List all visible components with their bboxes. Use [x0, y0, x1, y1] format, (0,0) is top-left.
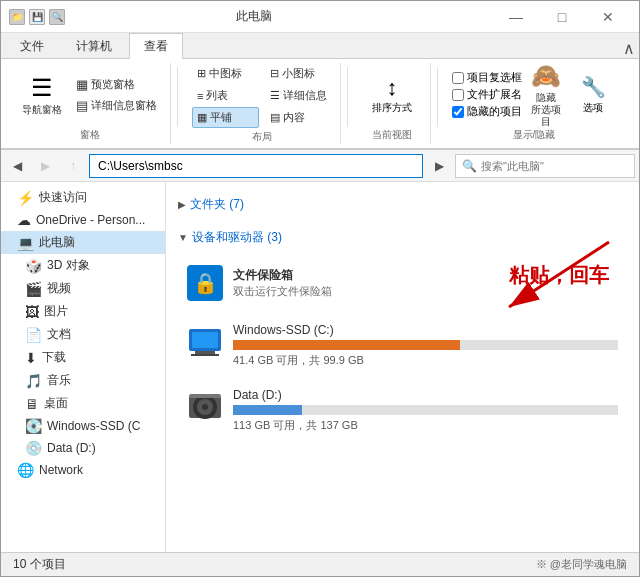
title-bar: 📁 💾 🔍 此电脑 — □ ✕: [1, 1, 639, 33]
status-right: ※ @老同学魂电脑: [536, 557, 627, 572]
item-checkbox-input[interactable]: [452, 72, 464, 84]
sort-label: 排序方式: [372, 101, 412, 115]
devices-header[interactable]: ▼ 设备和驱动器 (3): [178, 227, 627, 248]
sidebar-label-quick-access: 快速访问: [39, 189, 87, 206]
hide-selected-button[interactable]: 🙈 隐藏所选项目: [526, 64, 566, 126]
address-go-button[interactable]: ▶: [427, 154, 451, 178]
sidebar-item-onedrive[interactable]: ☁ OneDrive - Person...: [1, 209, 165, 231]
svg-rect-1: [192, 332, 218, 348]
ribbon-group-current-view: ↕️ 排序方式 当前视图: [354, 63, 431, 144]
sidebar-item-windows-ssd[interactable]: 💽 Windows-SSD (C: [1, 415, 165, 437]
vault-icon: 🔒: [187, 265, 223, 301]
sidebar-item-music[interactable]: 🎵 音乐: [1, 369, 165, 392]
current-view-label: 当前视图: [372, 128, 412, 144]
up-button[interactable]: ↑: [61, 154, 85, 178]
hidden-items-option[interactable]: 隐藏的项目: [452, 104, 522, 119]
ribbon-group-panes: ☰ 导航窗格 ▦ 预览窗格 ▤ 详细信息窗格 窗格: [9, 63, 171, 144]
address-field[interactable]: [89, 154, 423, 178]
drive-name-data: Data (D:): [233, 388, 618, 402]
status-bar: 10 个项目 ※ @老同学魂电脑: [1, 552, 639, 576]
music-icon: 🎵: [25, 373, 42, 389]
sidebar-label-video: 视频: [47, 280, 71, 297]
sidebar-item-video[interactable]: 🎬 视频: [1, 277, 165, 300]
flat-button[interactable]: ▦ 平铺: [192, 107, 259, 128]
list-button[interactable]: ≡ 列表: [192, 85, 259, 106]
preview-pane-button[interactable]: ▦ 预览窗格: [71, 74, 162, 95]
ribbon-collapse-btn[interactable]: ∧: [619, 38, 639, 58]
sidebar-item-downloads[interactable]: ⬇ 下载: [1, 346, 165, 369]
options-button[interactable]: 🔧 选项: [570, 64, 616, 126]
search-field[interactable]: 🔍: [455, 154, 635, 178]
file-ext-input[interactable]: [452, 89, 464, 101]
drive-bar-data: [233, 405, 302, 415]
medium-icons-icon: ⊞: [197, 67, 206, 80]
data-d-sidebar-icon: 💿: [25, 440, 42, 456]
drive-bar-container-windows: [233, 340, 618, 350]
windows-ssd-sidebar-icon: 💽: [25, 418, 42, 434]
item-checkbox-option[interactable]: 项目复选框: [452, 70, 522, 85]
svg-rect-3: [191, 354, 219, 356]
file-ext-option[interactable]: 文件扩展名: [452, 87, 522, 102]
drive-item-windows-ssd[interactable]: Windows-SSD (C:) 41.4 GB 可用，共 99.9 GB: [178, 316, 627, 375]
sep2: [347, 67, 348, 127]
close-button[interactable]: ✕: [585, 1, 631, 33]
panes-group-label: 窗格: [80, 128, 100, 144]
small-icons-icon: ⊟: [270, 67, 279, 80]
ribbon-content: ☰ 导航窗格 ▦ 预览窗格 ▤ 详细信息窗格 窗格: [1, 59, 639, 149]
hidden-items-input[interactable]: [452, 106, 464, 118]
back-button[interactable]: ◀: [5, 154, 29, 178]
small-icons-button[interactable]: ⊟ 小图标: [265, 63, 332, 84]
sidebar: ⚡ 快速访问 ☁ OneDrive - Person... 💻 此电脑 🎲 3D…: [1, 182, 166, 552]
preview-icon: ▦: [76, 77, 88, 92]
sidebar-item-3d-objects[interactable]: 🎲 3D 对象: [1, 254, 165, 277]
nav-pane-button[interactable]: ☰ 导航窗格: [17, 64, 67, 126]
sidebar-item-data-d[interactable]: 💿 Data (D:): [1, 437, 165, 459]
details-button[interactable]: ☰ 详细信息: [265, 85, 332, 106]
flat-label: 平铺: [210, 110, 232, 125]
medium-icons-button[interactable]: ⊞ 中图标: [192, 63, 259, 84]
folders-header[interactable]: ▶ 文件夹 (7): [178, 194, 627, 215]
downloads-icon: ⬇: [25, 350, 37, 366]
options-label: 选项: [583, 101, 603, 115]
list-label: 列表: [206, 88, 228, 103]
sidebar-item-quick-access[interactable]: ⚡ 快速访问: [1, 186, 165, 209]
sidebar-label-desktop: 桌面: [44, 395, 68, 412]
sidebar-item-pictures[interactable]: 🖼 图片: [1, 300, 165, 323]
panes-column: ▦ 预览窗格 ▤ 详细信息窗格: [71, 74, 162, 116]
forward-button[interactable]: ▶: [33, 154, 57, 178]
vault-name: 文件保险箱: [233, 267, 332, 284]
maximize-button[interactable]: □: [539, 1, 585, 33]
layout-grid: ⊞ 中图标 ⊟ 小图标 ≡ 列表 ☰ 详细信息: [192, 63, 332, 128]
sep1: [177, 67, 178, 127]
video-icon: 🎬: [25, 281, 42, 297]
sort-button[interactable]: ↕️ 排序方式: [362, 64, 422, 126]
drive-info-windows: Windows-SSD (C:) 41.4 GB 可用，共 99.9 GB: [233, 323, 618, 368]
drive-stats-windows: 41.4 GB 可用，共 99.9 GB: [233, 353, 618, 368]
layout-content: ⊞ 中图标 ⊟ 小图标 ≡ 列表 ☰ 详细信息: [192, 63, 332, 128]
minimize-button[interactable]: —: [493, 1, 539, 33]
vault-item[interactable]: 🔒 文件保险箱 双击运行文件保险箱: [178, 256, 627, 310]
3d-objects-icon: 🎲: [25, 258, 42, 274]
sidebar-label-windows-ssd: Windows-SSD (C: [47, 419, 140, 433]
sidebar-item-network[interactable]: 🌐 Network: [1, 459, 165, 481]
svg-point-7: [202, 404, 208, 410]
sidebar-label-this-pc: 此电脑: [39, 234, 75, 251]
tab-file[interactable]: 文件: [5, 33, 59, 58]
sidebar-label-network: Network: [39, 463, 83, 477]
drive-item-data-d[interactable]: Data (D:) 113 GB 可用，共 137 GB: [178, 381, 627, 440]
network-icon: 🌐: [17, 462, 34, 478]
sidebar-item-this-pc[interactable]: 💻 此电脑: [1, 231, 165, 254]
drive-name-windows: Windows-SSD (C:): [233, 323, 618, 337]
small-icons-label: 小图标: [282, 66, 315, 81]
tab-view[interactable]: 查看: [129, 33, 183, 59]
search-icon: 🔍: [462, 159, 477, 173]
details-pane-button[interactable]: ▤ 详细信息窗格: [71, 95, 162, 116]
sidebar-item-documents[interactable]: 📄 文档: [1, 323, 165, 346]
search-input[interactable]: [481, 160, 628, 172]
sidebar-item-desktop[interactable]: 🖥 桌面: [1, 392, 165, 415]
tab-computer[interactable]: 计算机: [61, 33, 127, 58]
details-icon: ▤: [76, 98, 88, 113]
content-button[interactable]: ▤ 内容: [265, 107, 332, 128]
desktop-icon: 🖥: [25, 396, 39, 412]
address-input[interactable]: [98, 159, 414, 173]
